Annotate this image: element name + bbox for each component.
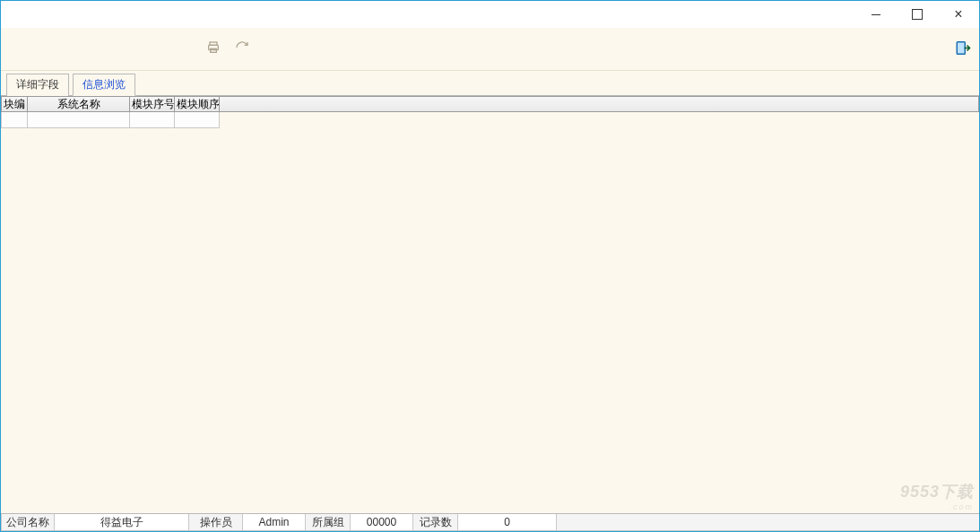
grid-cell[interactable] bbox=[1, 112, 28, 128]
status-company-value: 得益电子 bbox=[55, 514, 189, 531]
titlebar: × bbox=[1, 1, 979, 28]
close-button[interactable]: × bbox=[938, 1, 979, 28]
app-window: × 详细字段 信息浏览 块编 系统名称 模块序号 模块顺序 bbox=[0, 0, 980, 532]
table-row[interactable] bbox=[1, 112, 979, 128]
refresh-icon[interactable] bbox=[234, 40, 250, 57]
maximize-button[interactable] bbox=[897, 1, 938, 28]
minimize-button[interactable] bbox=[855, 1, 897, 28]
status-filler bbox=[557, 514, 979, 531]
grid-header-col-2[interactable]: 模块序号 bbox=[130, 96, 175, 112]
status-company-label: 公司名称 bbox=[1, 514, 55, 531]
data-grid[interactable]: 块编 系统名称 模块序号 模块顺序 bbox=[1, 96, 979, 128]
grid-cell[interactable] bbox=[28, 112, 130, 128]
status-operator-value: Admin bbox=[243, 514, 306, 531]
grid-header-col-0[interactable]: 块编 bbox=[1, 96, 28, 112]
grid-cell[interactable] bbox=[130, 112, 175, 128]
status-operator-label: 操作员 bbox=[189, 514, 243, 531]
tab-info-browse[interactable]: 信息浏览 bbox=[73, 74, 135, 96]
status-records-value: 0 bbox=[458, 514, 557, 531]
exit-icon[interactable] bbox=[954, 46, 972, 58]
minimize-icon bbox=[872, 14, 880, 15]
content-area: 块编 系统名称 模块序号 模块顺序 bbox=[1, 96, 979, 513]
printer-icon[interactable] bbox=[205, 40, 221, 57]
grid-header-col-1[interactable]: 系统名称 bbox=[28, 96, 130, 112]
maximize-icon bbox=[912, 9, 923, 20]
grid-cell[interactable] bbox=[175, 112, 220, 128]
status-records-label: 记录数 bbox=[413, 514, 458, 531]
status-group-value: 00000 bbox=[351, 514, 413, 531]
tabs: 详细字段 信息浏览 bbox=[1, 71, 979, 96]
svg-rect-3 bbox=[957, 41, 965, 54]
toolbar bbox=[1, 28, 979, 71]
close-icon: × bbox=[954, 7, 962, 22]
tab-detail-fields[interactable]: 详细字段 bbox=[6, 74, 69, 96]
grid-header-row: 块编 系统名称 模块序号 模块顺序 bbox=[1, 96, 979, 112]
statusbar: 公司名称 得益电子 操作员 Admin 所属组 00000 记录数 0 bbox=[1, 513, 979, 531]
grid-header-col-3[interactable]: 模块顺序 bbox=[175, 96, 220, 112]
grid-header-filler bbox=[220, 96, 979, 112]
status-group-label: 所属组 bbox=[306, 514, 351, 531]
